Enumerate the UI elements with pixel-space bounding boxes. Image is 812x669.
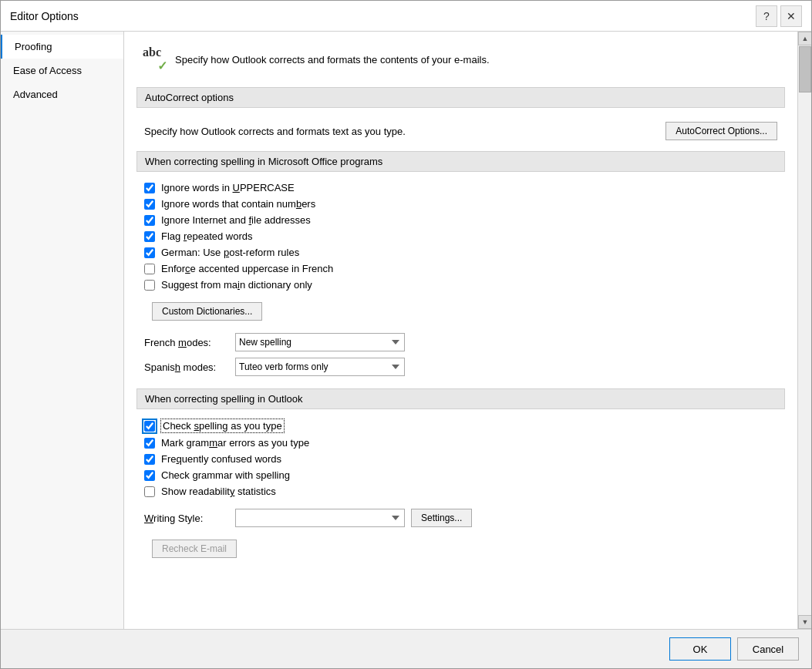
sidebar-item-label: Advanced [13,89,58,100]
sidebar-item-proofing[interactable]: Proofing [1,35,123,59]
german-reform-label[interactable]: German: Use post-reform rules [161,247,299,258]
frequently-confused-checkbox[interactable] [144,454,155,465]
ignore-uppercase-row: Ignore words in UPPERCASE [136,180,785,196]
spanish-modes-select[interactable]: Tuteo verb forms only Voseo Both [235,358,405,376]
check-spelling-row: Check spelling as you type [136,417,785,435]
suggest-main-label[interactable]: Suggest from main dictionary only [161,279,312,291]
ok-button[interactable]: OK [669,637,731,661]
editor-options-dialog: Editor Options ? ✕ Proofing Ease of Acce… [0,0,812,669]
french-modes-label: French modes: [144,337,229,348]
scroll-up-button[interactable]: ▲ [798,32,811,45]
cancel-button[interactable]: Cancel [737,637,799,661]
mark-grammar-label[interactable]: Mark grammar errors as you type [161,437,309,449]
close-button[interactable]: ✕ [780,5,802,27]
frequently-confused-label[interactable]: Frequently confused words [161,453,281,465]
custom-dictionaries-button[interactable]: Custom Dictionaries... [152,302,262,321]
show-readability-label[interactable]: Show readability statistics [161,486,276,497]
autocorrect-description: Specify how Outlook corrects and formats… [144,126,406,137]
ignore-numbers-row: Ignore words that contain numbers [136,196,785,212]
ignore-uppercase-checkbox[interactable] [144,183,155,193]
scrollbar[interactable]: ▲ ▼ [797,32,811,629]
abc-icon: abc ✓ [136,44,167,75]
scroll-thumb[interactable] [799,46,811,92]
spanish-modes-row: Spanish modes: Tuteo verb forms only Vos… [136,355,785,379]
enforce-accented-checkbox[interactable] [144,264,155,274]
title-bar: Editor Options ? ✕ [1,1,811,32]
frequently-confused-row: Frequently confused words [136,451,785,467]
ignore-numbers-label[interactable]: Ignore words that contain numbers [161,198,315,210]
main-panel: abc ✓ Specify how Outlook corrects and f… [124,32,797,629]
sidebar-item-label: Proofing [15,41,52,52]
german-reform-row: German: Use post-reform rules [136,244,785,261]
sidebar-item-label: Ease of Access [13,65,82,76]
custom-dict-container: Custom Dictionaries... [136,293,785,330]
help-button[interactable]: ? [756,5,777,27]
french-modes-select[interactable]: New spelling Traditional spelling Both [235,333,405,351]
header-description: Specify how Outlook corrects and formats… [175,54,490,66]
autocorrect-row: Specify how Outlook corrects and formats… [136,116,785,146]
title-bar-left: Editor Options [10,10,79,22]
office-section-header: When correcting spelling in Microsoft Of… [136,151,785,172]
enforce-accented-label[interactable]: Enforce accented uppercase in French [161,263,333,274]
writing-style-row: Writing Style: Grammar Grammar & Refinem… [136,506,785,530]
german-reform-checkbox[interactable] [144,247,155,258]
mark-grammar-checkbox[interactable] [144,438,155,449]
main-header: abc ✓ Specify how Outlook corrects and f… [136,44,785,75]
check-grammar-row: Check grammar with spelling [136,467,785,483]
check-spelling-checkbox[interactable] [144,421,155,432]
flag-repeated-label[interactable]: Flag repeated words [161,230,253,242]
show-readability-row: Show readability statistics [136,483,785,499]
check-spelling-label[interactable]: Check spelling as you type [161,419,284,432]
settings-button[interactable]: Settings... [411,509,472,527]
check-grammar-label[interactable]: Check grammar with spelling [161,469,290,481]
autocorrect-options-button[interactable]: AutoCorrect Options... [665,122,777,140]
scroll-track [798,93,811,615]
sidebar-item-ease-of-access[interactable]: Ease of Access [1,59,123,82]
outlook-section-header: When correcting spelling in Outlook [136,388,785,409]
recheck-email-button[interactable]: Recheck E-mail [152,540,237,558]
recheck-container: Recheck E-mail [136,530,785,567]
check-grammar-checkbox[interactable] [144,470,155,481]
scroll-down-button[interactable]: ▼ [798,615,811,629]
sidebar: Proofing Ease of Access Advanced [1,32,124,629]
ignore-internet-checkbox[interactable] [144,215,155,226]
mark-grammar-row: Mark grammar errors as you type [136,435,785,451]
writing-style-select[interactable]: Grammar Grammar & Refinements Grammar & … [235,509,405,527]
dialog-title: Editor Options [10,10,79,22]
suggest-main-row: Suggest from main dictionary only [136,277,785,293]
enforce-accented-row: Enforce accented uppercase in French [136,261,785,277]
flag-repeated-row: Flag repeated words [136,228,785,244]
writing-style-label: Writing Style: [144,513,229,524]
ignore-internet-label[interactable]: Ignore Internet and file addresses [161,214,311,226]
ignore-uppercase-label[interactable]: Ignore words in UPPERCASE [161,182,295,193]
suggest-main-checkbox[interactable] [144,280,155,291]
title-bar-right: ? ✕ [756,5,802,27]
spanish-modes-label: Spanish modes: [144,361,229,373]
sidebar-item-advanced[interactable]: Advanced [1,82,123,106]
dialog-footer: OK Cancel [1,629,811,668]
flag-repeated-checkbox[interactable] [144,231,155,242]
autocorrect-section-header: AutoCorrect options [136,87,785,108]
french-modes-row: French modes: New spelling Traditional s… [136,330,785,355]
content-area: Proofing Ease of Access Advanced abc ✓ S… [1,32,811,629]
ignore-numbers-checkbox[interactable] [144,199,155,210]
check-mark-icon: ✓ [157,59,167,73]
show-readability-checkbox[interactable] [144,486,155,497]
ignore-internet-row: Ignore Internet and file addresses [136,212,785,228]
abc-text: abc [143,45,161,59]
